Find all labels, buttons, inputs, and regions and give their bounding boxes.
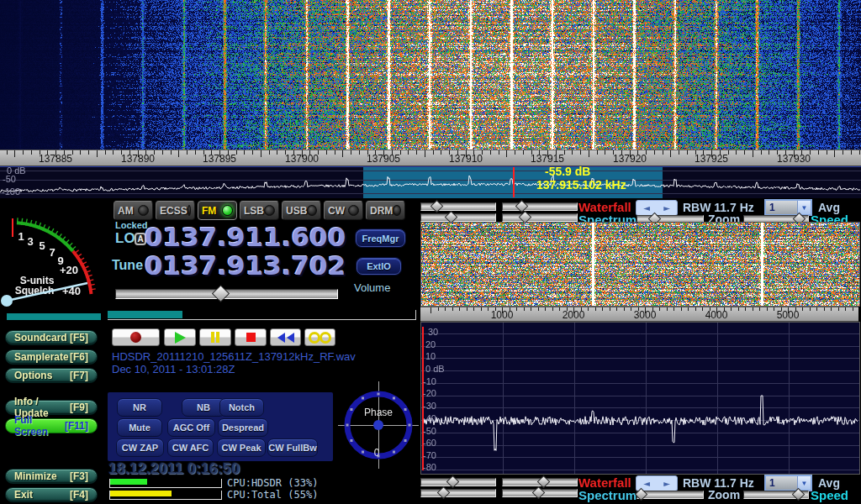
audio-tick-label: 2000 xyxy=(563,309,585,321)
record-button[interactable] xyxy=(112,328,160,346)
zoom2-slider[interactable] xyxy=(637,491,704,499)
waterfall2-lower-slider[interactable] xyxy=(502,478,578,486)
avg2-dropdown[interactable]: 1 ▼ xyxy=(764,475,812,491)
mode-cw-button[interactable]: CW xyxy=(324,201,363,220)
speed2-label: Speed xyxy=(811,488,848,502)
freq-tick-label: 137910 xyxy=(449,153,483,165)
full-screen-button[interactable]: Full Screen [F11] xyxy=(5,418,98,433)
tune-frequency-marker[interactable] xyxy=(513,167,515,197)
cpu-total-label: CPU:Total (55%) xyxy=(227,489,318,501)
cw-afc-button[interactable]: CW AFC xyxy=(167,438,214,457)
slider-thumb[interactable] xyxy=(430,200,443,213)
stop-button[interactable] xyxy=(235,328,267,346)
avg-dropdown-value: 1 xyxy=(766,201,797,214)
pause-button[interactable] xyxy=(199,328,231,346)
button-key: [F3] xyxy=(70,470,88,482)
cpu-total-bar xyxy=(109,491,222,500)
waterfall2-upper-slider[interactable] xyxy=(420,478,496,486)
lo-label: LO xyxy=(115,230,135,247)
cpu-hdsdr-label: CPU:HDSDR (33%) xyxy=(227,477,318,489)
mode-led-icon xyxy=(348,205,359,216)
tune-frequency-display[interactable]: 0137.913.702 xyxy=(145,250,346,281)
freq-tick-label: 137890 xyxy=(121,153,155,165)
minimize-button[interactable]: Minimize [F3] xyxy=(5,469,98,484)
record-icon xyxy=(130,332,141,343)
squelch-level-bar[interactable] xyxy=(7,313,101,320)
spectrum-lower-slider[interactable] xyxy=(502,213,578,222)
cw-zap-button[interactable]: CW ZAP xyxy=(116,438,164,457)
spectrum-upper-slider[interactable] xyxy=(420,213,496,222)
volume-slider[interactable] xyxy=(115,289,338,299)
button-key: [F5] xyxy=(70,332,88,344)
slider-thumb[interactable] xyxy=(792,488,806,501)
mode-fm-button[interactable]: FM xyxy=(198,201,237,220)
audio-waterfall-display[interactable] xyxy=(420,222,860,307)
arrow-right-icon[interactable]: ► xyxy=(663,203,670,213)
cw-peak-button[interactable]: CW Peak xyxy=(217,438,266,457)
wav-file-date: Dec 10, 2011 - 13:01:28Z xyxy=(112,363,235,375)
freq-tick-label: 137925 xyxy=(695,153,728,165)
lo-frequency-display[interactable]: 0137.911.600 xyxy=(145,222,346,252)
slider-thumb[interactable] xyxy=(437,486,451,500)
audio-db-label: 20 xyxy=(425,339,436,349)
waterfall-shift-spinner[interactable]: ◄► xyxy=(636,200,678,216)
audio-db-label: -30 xyxy=(423,401,436,411)
audio-spectrum-display[interactable] xyxy=(420,322,860,475)
spectrum2-lower-slider[interactable] xyxy=(502,489,578,497)
slider-thumb[interactable] xyxy=(532,486,546,500)
agc-off-button[interactable]: AGC Off xyxy=(167,418,215,437)
playback-progress-bar[interactable] xyxy=(108,310,416,320)
spectrum2-upper-slider[interactable] xyxy=(420,489,496,497)
samplerate-button[interactable]: Samplerate [F6] xyxy=(5,349,98,365)
arrow-left-icon[interactable]: ◄ xyxy=(643,479,650,488)
options-button[interactable]: Options [F7] xyxy=(5,368,98,383)
cw-fullbw-button[interactable]: CW FullBw xyxy=(267,438,318,457)
waterfall-upper-slider[interactable] xyxy=(420,202,496,211)
pause-icon xyxy=(216,332,219,343)
mode-usb-button[interactable]: USB xyxy=(282,201,321,220)
cursor-frequency-readout: 137.915.102 kHz xyxy=(536,178,626,192)
waterfall-lower-slider[interactable] xyxy=(502,202,578,211)
rewind-icon xyxy=(277,333,285,343)
locked-indicator: Locked xyxy=(115,220,148,230)
exit-button[interactable]: Exit [F4] xyxy=(5,487,98,502)
rewind-button[interactable] xyxy=(270,328,301,346)
extio-button[interactable]: ExtIO xyxy=(357,258,401,275)
mode-label: AM xyxy=(118,205,134,217)
nr-button[interactable]: NR xyxy=(117,398,162,417)
info-update-button[interactable]: Info / Update [F9] xyxy=(5,400,98,415)
mode-led-icon xyxy=(188,205,191,216)
arrow-left-icon[interactable]: ◄ xyxy=(643,203,650,213)
freqmgr-button[interactable]: FreqMgr xyxy=(356,229,405,247)
mode-am-button[interactable]: AM xyxy=(114,201,153,220)
speed2-slider[interactable] xyxy=(743,491,809,499)
avg-dropdown[interactable]: 1 ▼ xyxy=(764,199,812,216)
chevron-down-icon[interactable]: ▼ xyxy=(797,476,811,490)
volume-slider-thumb[interactable] xyxy=(212,285,230,302)
slider-thumb[interactable] xyxy=(446,475,460,489)
soundcard-button[interactable]: Soundcard [F5] xyxy=(5,330,98,345)
mode-lsb-button[interactable]: LSB xyxy=(240,201,279,220)
loop-button[interactable] xyxy=(304,328,335,346)
rf-frequency-scale[interactable]: 137885 137890 137895 137900 137905 13791… xyxy=(0,150,861,166)
slider-thumb[interactable] xyxy=(515,200,529,213)
notch-button[interactable]: Notch xyxy=(219,398,264,417)
pause-icon xyxy=(211,332,214,343)
audio-db-label: -50 xyxy=(423,426,436,436)
button-label: Options xyxy=(14,370,52,381)
play-button[interactable] xyxy=(164,328,196,346)
mute-button[interactable]: Mute xyxy=(117,418,162,437)
arrow-right-icon[interactable]: ► xyxy=(663,479,670,488)
rf-waterfall-display[interactable] xyxy=(0,0,861,150)
mode-drm-button[interactable]: DRM xyxy=(366,201,405,220)
button-label: Samplerate xyxy=(14,351,69,363)
rewind-icon xyxy=(287,333,294,343)
mode-label: CW xyxy=(328,205,345,217)
playback-progress-fill xyxy=(108,311,182,318)
mode-ecss-button[interactable]: ECSS xyxy=(156,201,195,220)
audio-frequency-scale[interactable]: 1000 2000 3000 4000 5000 xyxy=(420,307,858,322)
slider-thumb[interactable] xyxy=(635,488,648,501)
loop-icon xyxy=(309,332,320,344)
rf-spectrum-display[interactable] xyxy=(0,166,861,198)
despread-button[interactable]: Despread xyxy=(218,418,268,437)
